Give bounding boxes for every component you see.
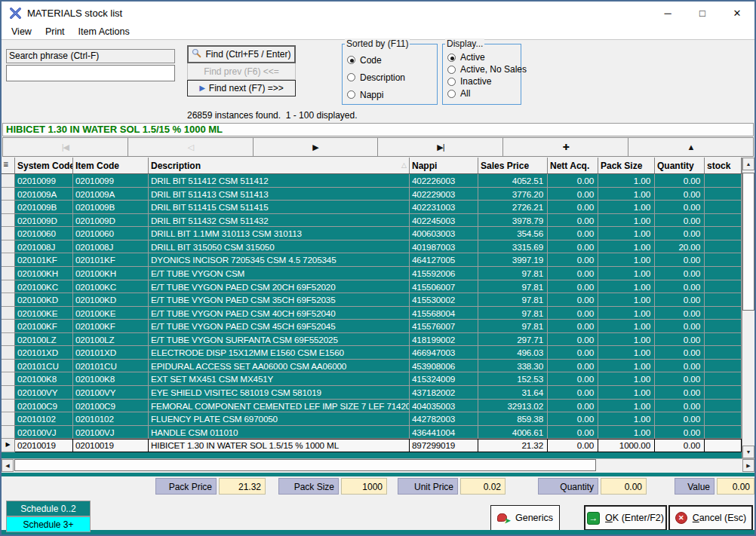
ok-button[interactable]: → OK (Enter/F2) — [584, 505, 667, 531]
table-row[interactable]: 020100VY020100VYEYE SHIELD VISITEC 58101… — [2, 386, 742, 400]
column-header-pack-size[interactable]: Pack Size — [598, 158, 655, 173]
cancel-x-icon: ✕ — [675, 512, 687, 524]
find-button[interactable]: Find (Ctrl+F5 / Enter) — [187, 45, 296, 63]
close-button[interactable]: ✕ — [720, 2, 754, 24]
cell-description: HIBICET 1.30 IN WATER SOL 1.5/15 % 1000 … — [149, 439, 410, 452]
radio-inactive[interactable]: Inactive — [447, 75, 519, 87]
nav-last-button[interactable]: ▶| — [377, 137, 503, 157]
column-header-description[interactable]: Description△ — [149, 158, 410, 173]
cell-quantity: 20.00 — [655, 240, 705, 254]
table-row[interactable]: ▶0201001902010019HIBICET 1.30 IN WATER S… — [2, 439, 742, 452]
cell-item-code: 0201009A — [73, 188, 149, 201]
cancel-button[interactable]: ✕ Cancel (Esc) — [668, 505, 753, 531]
menu-item-view[interactable]: View — [5, 25, 38, 38]
cell-stock — [705, 293, 742, 307]
cell-description: DRIL BIT 511413 CSM 511413 — [149, 188, 410, 201]
table-row[interactable]: 0201009A0201009ADRIL BIT 511413 CSM 5114… — [2, 188, 742, 201]
radio-active[interactable]: Active — [447, 51, 519, 63]
display-group: Display... ActiveActive, No SalesInactiv… — [442, 44, 521, 105]
menu-item-print[interactable]: Print — [38, 25, 72, 38]
cell-item-code: 020100KD — [73, 293, 149, 307]
table-row[interactable]: 020101XD020101XDELECTRODE DISP 15X12MM E… — [2, 346, 742, 360]
horizontal-scrollbar[interactable]: ◀ ▶ — [2, 458, 754, 471]
column-header-stock[interactable]: stock — [705, 158, 742, 173]
cell-stock — [705, 307, 742, 320]
column-header-sales-price[interactable]: Sales Price — [478, 158, 548, 173]
cell-description: FLUENCY PLATE CSM 6970050 — [149, 412, 410, 426]
cell-stock — [705, 320, 742, 333]
table-row[interactable]: 020101CU020101CUEPIDURAL ACCESS SET AA06… — [2, 360, 742, 373]
row-indicator — [2, 372, 15, 386]
cell-system-code: 020100K8 — [15, 372, 73, 386]
table-row[interactable]: 020100KD020100KDE/T TUBE VYGON PAED CSM … — [2, 293, 742, 307]
nav-up-button[interactable]: ▲ — [628, 137, 754, 157]
cell-sales-price: 338.30 — [478, 360, 548, 373]
radio-code[interactable]: Code — [347, 51, 435, 69]
field-quantity: Quantity0.00 — [538, 478, 647, 495]
radio-description[interactable]: Description — [347, 69, 435, 86]
table-row[interactable]: 020100KF020100KFE/T TUBE VYGON PAED CSM … — [2, 320, 742, 333]
table-row[interactable]: 020100KH020100KHE/T TUBE VYGON CSM415592… — [2, 267, 742, 280]
scroll-left-icon[interactable]: ◀ — [2, 459, 14, 472]
scroll-up-icon[interactable]: ▲ — [742, 158, 754, 170]
cell-pack-size: 1.00 — [598, 333, 655, 347]
nav-first-button[interactable]: |◀ — [2, 137, 128, 157]
cell-item-code: 020100K8 — [73, 372, 149, 386]
table-row[interactable]: 020100K8020100K8EXT SET MX451 CSM MX451Y… — [2, 372, 742, 386]
scroll-down-icon[interactable]: ▼ — [742, 446, 754, 458]
minimize-button[interactable]: ─ — [650, 2, 685, 24]
field-label-pack-price: Pack Price — [155, 478, 217, 495]
field-unit-price: Unit Price0.02 — [398, 478, 506, 495]
vertical-scroll-thumb[interactable] — [742, 173, 754, 311]
column-header-nett-acq[interactable]: Nett Acq. — [548, 158, 598, 173]
radio-all[interactable]: All — [447, 87, 519, 100]
cell-nett-acq: 0.00 — [548, 174, 598, 188]
table-row[interactable]: 020100LZ020100LZE/T TUBE VYGON SURFANTA … — [2, 333, 742, 347]
nav-add-button[interactable]: ✚ — [502, 137, 628, 157]
maximize-button[interactable]: □ — [685, 2, 720, 24]
row-indicator — [2, 188, 15, 201]
cell-stock — [705, 333, 742, 347]
column-header-system-code[interactable]: System Code — [15, 158, 73, 173]
table-row[interactable]: 0201009B0201009BDRIL BIT 511415 CSM 5114… — [2, 201, 742, 214]
find-prev-button[interactable]: Find prev (F6) <<= — [187, 63, 296, 80]
table-row[interactable]: 0201009902010099DRIL BIT 511412 CSM 5114… — [2, 174, 742, 188]
table-row[interactable]: 020100VJ020100VJHANDLE CSM 0110104364410… — [2, 426, 742, 440]
table-row[interactable]: 0201008J0201008JDRILL BIT 315050 CSM 315… — [2, 240, 742, 254]
window-controls: ─□✕ — [650, 2, 754, 24]
cell-sales-price: 3315.69 — [478, 240, 548, 254]
radio-active-no-sales[interactable]: Active, No Sales — [447, 63, 519, 75]
cell-system-code: 020100KF — [15, 320, 73, 333]
scroll-right-icon[interactable]: ▶ — [742, 459, 754, 472]
column-header-nappi[interactable]: Nappi — [410, 158, 478, 173]
app-icon — [8, 6, 22, 20]
radio-nappi[interactable]: Nappi — [347, 86, 435, 103]
table-row[interactable]: 020100KC020100KCE/T TUBE VYGON PAED CSM … — [2, 280, 742, 294]
schedule-button-schedule-3[interactable]: Schedule 3+ — [6, 516, 91, 532]
menu-bar: ViewPrintItem Actions — [2, 24, 754, 39]
table-row[interactable]: 0201006002010060DRILL BIT 1.1MM 310113 C… — [2, 227, 742, 240]
nav-previous-button[interactable]: ◁ — [128, 137, 254, 157]
cell-description: DRILL BIT 1.1MM 310113 CSM 310113 — [149, 227, 410, 240]
horizontal-scroll-thumb[interactable] — [14, 459, 596, 471]
column-header-quantity[interactable]: Quantity — [655, 158, 705, 173]
menu-item-item-actions[interactable]: Item Actions — [72, 25, 137, 38]
vertical-scrollbar[interactable]: ▲ ▼ — [742, 158, 754, 458]
table-row[interactable]: 020100KE020100KEE/T TUBE VYGON PAED CSM … — [2, 307, 742, 320]
find-next-button[interactable]: ▶ Find next (F7) =>> — [187, 80, 296, 96]
cell-quantity: 0.00 — [655, 320, 705, 333]
search-input[interactable] — [6, 65, 175, 81]
cell-sales-price: 4052.51 — [478, 174, 548, 188]
radio-label: Inactive — [460, 76, 491, 87]
cell-pack-size: 1.00 — [598, 227, 655, 240]
table-row[interactable]: 020101KF020101KFDYONICS INCISOR 7205345 … — [2, 253, 742, 267]
table-row[interactable]: 020100C9020100C9FEMORAL COMPONENT CEMENT… — [2, 400, 742, 413]
radio-label: Nappi — [360, 90, 383, 100]
schedule-button-schedule-0-2[interactable]: Schedule 0..2 — [6, 501, 91, 516]
table-row[interactable]: 0201009D0201009DDRIL BIT 511432 CSM 5114… — [2, 214, 742, 228]
table-row[interactable]: 0201010202010102FLUENCY PLATE CSM 697005… — [2, 412, 742, 426]
generics-button[interactable]: ➤ Generics — [490, 505, 560, 531]
nav-next-button[interactable]: ▶ — [253, 137, 379, 157]
row-indicator — [2, 386, 15, 400]
column-header-item-code[interactable]: Item Code — [73, 158, 149, 173]
